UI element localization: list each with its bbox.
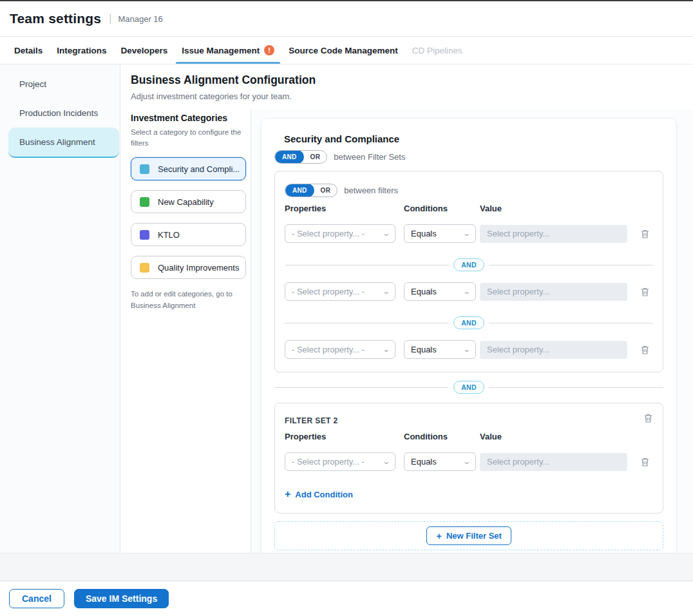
filter-row: - Select property... - ⌄ Equals ⌄ (285, 340, 653, 359)
properties-header: Properties (285, 432, 404, 441)
and-connector-pill: AND (453, 258, 484, 271)
tab-details[interactable]: Details (7, 37, 50, 64)
property-select[interactable]: - Select property... - ⌄ (285, 340, 395, 359)
filter-panel-title: Security and Compliance (284, 133, 663, 144)
and-or-toggle-filters[interactable]: AND OR (285, 184, 337, 197)
condition-select[interactable]: Equals ⌄ (404, 282, 476, 301)
filter-set-2: FILTER SET 2 Properties Conditions Value (274, 403, 663, 514)
categories-title: Investment Categories (131, 113, 245, 123)
category-new-capability[interactable]: New Capability (131, 190, 246, 213)
toggle-or-option[interactable]: OR (304, 153, 327, 160)
tab-bar: Details Integrations Developers Issue Ma… (0, 37, 693, 64)
chevron-down-icon: ⌄ (462, 229, 471, 238)
category-ktlo[interactable]: KTLO (131, 223, 246, 246)
category-security-and-compliance[interactable]: Security and Compli... (131, 157, 246, 180)
new-filter-set-button[interactable]: + New Filter Set (426, 526, 511, 545)
category-color-swatch (140, 197, 149, 207)
add-condition-button[interactable]: + Add Condition (285, 488, 353, 500)
sidebar-item-business-alignment[interactable]: Business Alignment (8, 128, 119, 158)
condition-select[interactable]: Equals ⌄ (404, 340, 476, 359)
between-filters-toggle-row: AND OR between filters (285, 184, 653, 197)
between-filters-label: between filters (344, 186, 398, 195)
toggle-and-option[interactable]: AND (275, 150, 304, 164)
chevron-down-icon: ⌄ (382, 457, 390, 466)
filter-set-2-header: FILTER SET 2 (285, 413, 653, 425)
investment-categories-panel: Investment Categories Select a category … (120, 109, 251, 553)
chevron-down-icon: ⌄ (462, 345, 471, 354)
chevron-down-icon: ⌄ (382, 229, 390, 238)
tab-developers[interactable]: Developers (114, 37, 175, 64)
tab-issue-management[interactable]: Issue Management ! (175, 37, 281, 64)
section-title: Business Alignment Configuration (131, 73, 683, 87)
settings-sidebar: Project Production Incidents Business Al… (0, 64, 120, 553)
value-header: Value (480, 432, 502, 441)
properties-header: Properties (285, 204, 404, 213)
conditions-header: Conditions (404, 204, 480, 213)
plus-icon: + (436, 530, 442, 541)
delete-filter-set-icon[interactable] (643, 413, 653, 423)
main-panel: Business Alignment Configuration Adjust … (120, 64, 693, 553)
category-color-swatch (140, 263, 149, 273)
value-header: Value (480, 204, 502, 213)
new-filter-set-dropzone: + New Filter Set (274, 521, 663, 550)
save-im-settings-button[interactable]: Save IM Settings (74, 589, 169, 608)
delete-row-icon[interactable] (640, 287, 650, 297)
toggle-or-option[interactable]: OR (314, 187, 337, 194)
filter-row: - Select property... - ⌄ Equals ⌄ (285, 224, 653, 243)
category-label: Security and Compli... (158, 164, 245, 174)
filter-set-2-title: FILTER SET 2 (285, 413, 338, 425)
chevron-down-icon: ⌄ (382, 345, 390, 354)
warning-badge-icon: ! (264, 45, 274, 55)
property-select[interactable]: - Select property... - ⌄ (285, 224, 395, 243)
filter-row: - Select property... - ⌄ Equals ⌄ (285, 452, 653, 471)
between-sets-label: between Filter Sets (334, 152, 405, 162)
row-connector: AND (285, 258, 653, 271)
filter-row: - Select property... - ⌄ Equals ⌄ (285, 282, 653, 301)
filter-panel-card: Security and Compliance AND OR between F… (261, 118, 677, 553)
sidebar-item-project[interactable]: Project (0, 70, 120, 99)
chevron-down-icon: ⌄ (462, 287, 471, 296)
column-headers: Properties Conditions Value (285, 204, 653, 213)
category-color-swatch (140, 230, 149, 240)
value-input[interactable] (480, 225, 627, 243)
main-body: Investment Categories Select a category … (120, 109, 693, 553)
tab-source-code-management[interactable]: Source Code Management (281, 37, 405, 64)
page-title: Team settings (10, 11, 101, 26)
property-select[interactable]: - Select property... - ⌄ (285, 452, 395, 471)
main-header: Business Alignment Configuration Adjust … (120, 64, 693, 109)
value-input[interactable] (480, 453, 627, 471)
tab-integrations[interactable]: Integrations (50, 37, 113, 64)
delete-row-icon[interactable] (640, 457, 650, 467)
sidebar-item-production-incidents[interactable]: Production Incidents (0, 99, 120, 128)
toggle-and-option[interactable]: AND (285, 184, 314, 197)
chevron-down-icon: ⌄ (462, 457, 471, 466)
plus-icon: + (285, 488, 290, 500)
row-connector: AND (285, 316, 653, 329)
condition-select[interactable]: Equals ⌄ (404, 224, 476, 243)
and-connector-pill: AND (453, 381, 484, 394)
filter-panel-wrap: Security and Compliance AND OR between F… (251, 109, 693, 553)
value-input[interactable] (480, 283, 627, 301)
condition-select[interactable]: Equals ⌄ (404, 452, 476, 471)
tab-cd-pipelines[interactable]: CD Pipelines (405, 37, 470, 64)
between-sets-toggle-row: AND OR between Filter Sets (274, 150, 663, 164)
title-separator: | (109, 13, 111, 24)
page-header: Team settings | Manager 16 (0, 1, 693, 37)
filter-set-1: AND OR between filters Properties Condit… (274, 171, 663, 372)
property-select[interactable]: - Select property... - ⌄ (285, 282, 395, 301)
value-input[interactable] (480, 341, 627, 359)
and-connector-pill: AND (453, 316, 484, 329)
set-connector: AND (274, 381, 663, 394)
cancel-button[interactable]: Cancel (9, 589, 64, 608)
category-label: New Capability (158, 197, 219, 207)
column-headers: Properties Conditions Value (285, 432, 653, 441)
and-or-toggle-sets[interactable]: AND OR (274, 150, 327, 164)
category-color-swatch (140, 164, 149, 174)
category-quality-improvements[interactable]: Quality Improvements (131, 256, 246, 279)
delete-row-icon[interactable] (640, 229, 650, 239)
category-label: Quality Improvements (158, 263, 244, 273)
categories-hint: Select a category to configure the filte… (131, 127, 245, 148)
conditions-header: Conditions (404, 432, 480, 441)
delete-row-icon[interactable] (640, 345, 650, 355)
footer-spacer (0, 553, 693, 581)
